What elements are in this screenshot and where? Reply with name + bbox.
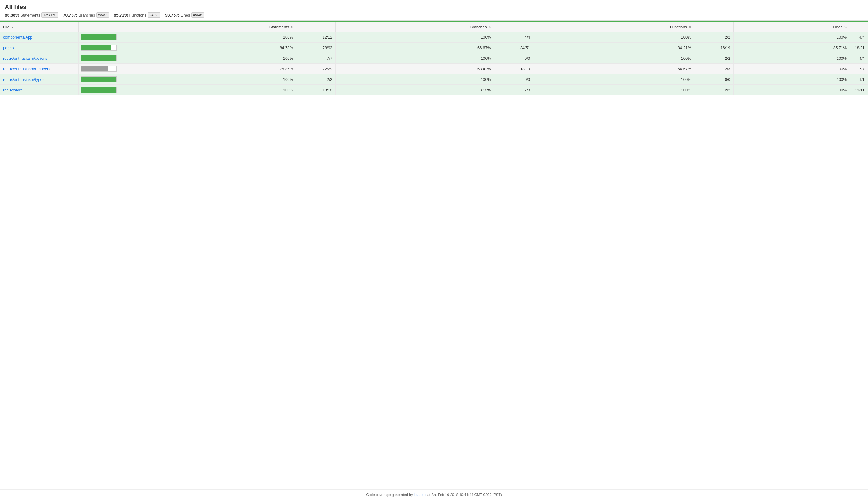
- branches-frac-cell: 13/19: [494, 64, 533, 74]
- branches-frac-cell: 7/8: [494, 85, 533, 95]
- statements-pct-cell: 100%: [119, 53, 296, 64]
- lines-frac-cell: 1/1: [850, 74, 868, 85]
- lines-pct-cell: 100%: [733, 64, 849, 74]
- lines-frac-cell: 11/11: [850, 85, 868, 95]
- progress-bar-wrap: [81, 34, 117, 40]
- lines-frac-cell: 18/21: [850, 43, 868, 53]
- file-link[interactable]: redux/enthusiasm/actions: [3, 56, 47, 61]
- header: All files 86.88% Statements 139/160 70.7…: [0, 0, 868, 21]
- functions-pct-cell: 100%: [533, 74, 694, 85]
- branches-pct-cell: 66.67%: [336, 43, 494, 53]
- functions-frac-cell: 2/3: [694, 64, 733, 74]
- col-lines-frac[interactable]: [850, 22, 868, 32]
- statements-frac-cell: 78/92: [296, 43, 336, 53]
- statements-frac-cell: 22/29: [296, 64, 336, 74]
- statements-label: Statements: [20, 13, 40, 18]
- lines-pct-cell: 85.71%: [733, 43, 849, 53]
- statements-sort-icon: ⇅: [291, 26, 293, 29]
- functions-frac-cell: 2/2: [694, 85, 733, 95]
- statements-summary: 86.88% Statements 139/160: [5, 12, 58, 18]
- table-container: File ▲ Statements ⇅ Branches ⇅ Functions…: [0, 22, 868, 95]
- table-row: redux/store100%18/1887.5%7/8100%2/2100%1…: [0, 85, 868, 95]
- functions-frac-cell: 0/0: [694, 74, 733, 85]
- lines-frac-cell: 4/4: [850, 32, 868, 43]
- lines-summary: 93.75% Lines 45/48: [165, 12, 204, 18]
- col-statements[interactable]: Statements ⇅: [119, 22, 296, 32]
- statements-frac-cell: 12/12: [296, 32, 336, 43]
- lines-pct-cell: 100%: [733, 32, 849, 43]
- branches-badge: 58/82: [96, 12, 109, 18]
- branches-frac-cell: 0/0: [494, 53, 533, 64]
- progress-bar-fill: [81, 34, 116, 40]
- lines-pct-cell: 100%: [733, 53, 849, 64]
- progress-bar-fill: [81, 45, 111, 50]
- branches-frac-cell: 4/4: [494, 32, 533, 43]
- branches-pct-cell: 87.5%: [336, 85, 494, 95]
- progress-bar-cell: [78, 85, 119, 95]
- file-cell: pages: [0, 43, 78, 53]
- lines-label: Lines: [180, 13, 190, 18]
- functions-pct-cell: 100%: [533, 32, 694, 43]
- file-cell: redux/enthusiasm/reducers: [0, 64, 78, 74]
- lines-badge: 45/48: [191, 12, 204, 18]
- statements-pct-cell: 84.78%: [119, 43, 296, 53]
- progress-bar-fill: [81, 77, 116, 82]
- statements-pct: 86.88%: [5, 13, 19, 18]
- table-row: pages84.78%78/9266.67%34/5184.21%16/1985…: [0, 43, 868, 53]
- progress-bar-wrap: [81, 45, 117, 51]
- file-sort-icon: ▲: [11, 26, 14, 29]
- statements-frac-cell: 7/7: [296, 53, 336, 64]
- file-cell: redux/enthusiasm/types: [0, 74, 78, 85]
- file-link[interactable]: pages: [3, 46, 14, 50]
- lines-pct-cell: 100%: [733, 74, 849, 85]
- col-lines[interactable]: Lines ⇅: [733, 22, 849, 32]
- col-lines-bar[interactable]: [694, 22, 733, 32]
- branches-pct-cell: 100%: [336, 53, 494, 64]
- file-cell: redux/enthusiasm/actions: [0, 53, 78, 64]
- statements-pct-cell: 100%: [119, 74, 296, 85]
- col-functions-bar[interactable]: [494, 22, 533, 32]
- lines-sort-icon: ⇅: [844, 26, 847, 29]
- lines-frac-cell: 4/4: [850, 53, 868, 64]
- functions-label: Functions: [130, 13, 146, 18]
- statements-pct-cell: 75.86%: [119, 64, 296, 74]
- statements-pct-cell: 100%: [119, 85, 296, 95]
- file-link[interactable]: redux/enthusiasm/reducers: [3, 67, 51, 71]
- statements-frac-cell: 2/2: [296, 74, 336, 85]
- functions-pct-cell: 100%: [533, 53, 694, 64]
- functions-pct-cell: 66.67%: [533, 64, 694, 74]
- branches-frac-cell: 34/51: [494, 43, 533, 53]
- col-file[interactable]: File ▲: [0, 22, 78, 32]
- branches-frac-cell: 0/0: [494, 74, 533, 85]
- lines-pct: 93.75%: [165, 13, 179, 18]
- file-link[interactable]: components/App: [3, 35, 33, 39]
- branches-summary: 70.73% Branches 58/82: [63, 12, 109, 18]
- functions-summary: 85.71% Functions 24/28: [114, 12, 160, 18]
- lines-pct-cell: 100%: [733, 85, 849, 95]
- file-link[interactable]: redux/store: [3, 88, 23, 92]
- file-link[interactable]: redux/enthusiasm/types: [3, 77, 44, 82]
- col-branches[interactable]: Branches ⇅: [336, 22, 494, 32]
- progress-bar-wrap: [81, 66, 117, 72]
- branches-pct-cell: 100%: [336, 32, 494, 43]
- functions-pct-cell: 84.21%: [533, 43, 694, 53]
- progress-bar-cell: [78, 74, 119, 85]
- branches-sort-icon: ⇅: [488, 26, 491, 29]
- statements-frac-cell: 18/18: [296, 85, 336, 95]
- col-statements-bar[interactable]: [78, 22, 119, 32]
- progress-bar-fill: [81, 66, 108, 71]
- progress-bar-cell: [78, 64, 119, 74]
- functions-frac-cell: 2/2: [694, 32, 733, 43]
- table-row: components/App100%12/12100%4/4100%2/2100…: [0, 32, 868, 43]
- col-functions[interactable]: Functions ⇅: [533, 22, 694, 32]
- table-row: redux/enthusiasm/reducers75.86%22/2968.4…: [0, 64, 868, 74]
- progress-bar-wrap: [81, 76, 117, 82]
- page-title: All files: [5, 4, 863, 11]
- table-header-row: File ▲ Statements ⇅ Branches ⇅ Functions…: [0, 22, 868, 32]
- progress-bar-cell: [78, 53, 119, 64]
- branches-pct-cell: 100%: [336, 74, 494, 85]
- progress-bar-wrap: [81, 87, 117, 93]
- file-cell: redux/store: [0, 85, 78, 95]
- functions-pct: 85.71%: [114, 13, 128, 18]
- col-branches-bar[interactable]: [296, 22, 336, 32]
